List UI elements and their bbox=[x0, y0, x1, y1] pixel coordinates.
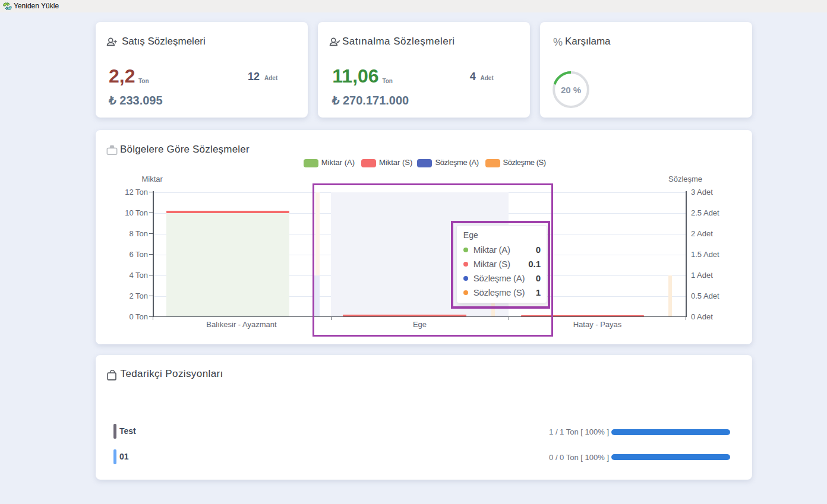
svg-text:20 %: 20 % bbox=[561, 84, 581, 94]
